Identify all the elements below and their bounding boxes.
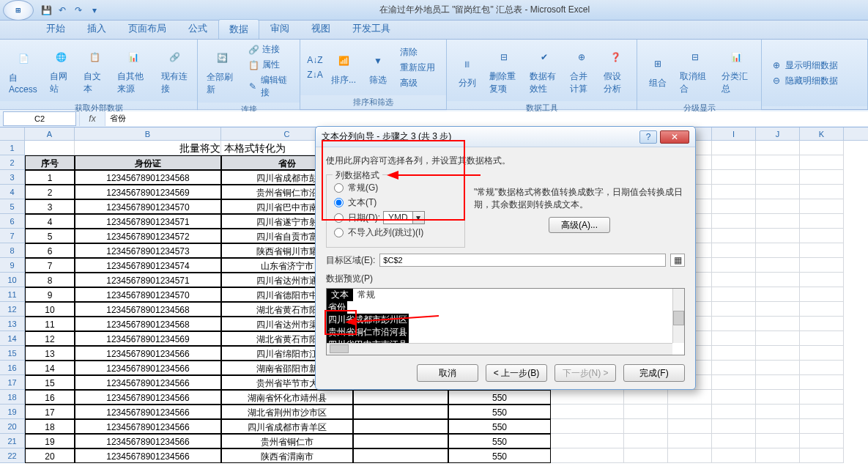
cell[interactable] — [551, 448, 624, 463]
filter-button[interactable]: ▼筛选 — [363, 46, 393, 89]
cell[interactable]: 12345678901234569 — [75, 331, 221, 346]
row-header[interactable]: 16 — [0, 361, 25, 375]
back-button[interactable]: < 上一步(B) — [486, 364, 547, 382]
save-icon[interactable]: 💾 — [40, 4, 53, 17]
cell[interactable] — [756, 229, 800, 243]
cell[interactable] — [800, 155, 844, 170]
cell[interactable]: 12 — [25, 331, 75, 346]
row-header[interactable]: 18 — [0, 390, 25, 405]
cell[interactable] — [624, 390, 668, 405]
cell[interactable] — [712, 405, 756, 419]
cell[interactable] — [551, 390, 624, 405]
cell[interactable]: 3 — [25, 199, 75, 214]
cell[interactable] — [756, 170, 800, 185]
cell[interactable] — [800, 185, 844, 199]
cell[interactable] — [756, 141, 800, 155]
cell[interactable]: 湖南省怀化市靖州县 — [221, 390, 353, 405]
row-header[interactable]: 12 — [0, 302, 25, 317]
col-header-a[interactable]: A — [25, 128, 75, 140]
cell[interactable] — [712, 448, 756, 463]
cell[interactable]: 12345678901234569 — [75, 185, 221, 199]
cell[interactable] — [712, 317, 756, 331]
select-all-corner[interactable] — [0, 128, 25, 140]
cell[interactable]: 18 — [25, 419, 75, 434]
cell[interactable] — [756, 185, 800, 199]
data-validation-button[interactable]: ✔数据有效性 — [527, 43, 563, 98]
cell[interactable] — [712, 199, 756, 214]
cell[interactable]: 12345678901234573 — [75, 243, 221, 258]
row-header[interactable]: 5 — [0, 199, 25, 214]
cell[interactable] — [756, 214, 800, 229]
editlinks-button[interactable]: ✎编辑链接 — [245, 73, 294, 100]
tab-data[interactable]: 数据 — [218, 19, 259, 39]
cell[interactable]: 550 — [448, 405, 551, 419]
sort-desc-button[interactable]: Z↓A — [306, 68, 324, 81]
cell[interactable]: 9 — [25, 287, 75, 302]
cell[interactable] — [712, 331, 756, 346]
row-header[interactable]: 19 — [0, 405, 25, 419]
cell[interactable] — [668, 390, 712, 405]
cell[interactable] — [551, 434, 624, 448]
cell[interactable] — [800, 375, 844, 390]
fx-icon[interactable]: fx — [79, 111, 105, 126]
row-header[interactable]: 6 — [0, 214, 25, 229]
advanced-button[interactable]: 高级 — [397, 76, 438, 90]
cell[interactable] — [756, 302, 800, 317]
cell[interactable]: 12345678901234574 — [75, 258, 221, 273]
radio-date[interactable]: 日期(D): YMD▾ — [334, 211, 457, 224]
cell[interactable] — [756, 448, 800, 463]
cell[interactable]: 4 — [25, 214, 75, 229]
cell[interactable] — [712, 302, 756, 317]
cell[interactable] — [800, 258, 844, 273]
cell[interactable] — [800, 273, 844, 287]
cell[interactable]: 16 — [25, 390, 75, 405]
cell[interactable]: 17 — [25, 405, 75, 419]
cell[interactable] — [800, 317, 844, 331]
cell[interactable]: 12345678901234566 — [75, 405, 221, 419]
row-header[interactable]: 7 — [0, 229, 25, 243]
row-header[interactable]: 9 — [0, 258, 25, 273]
formula-input[interactable] — [105, 111, 868, 126]
dest-input[interactable] — [379, 254, 666, 267]
cell[interactable] — [800, 434, 844, 448]
cell[interactable] — [800, 243, 844, 258]
cell[interactable] — [800, 141, 844, 155]
cell[interactable] — [668, 419, 712, 434]
cell[interactable]: 550 — [448, 419, 551, 434]
cell[interactable] — [624, 448, 668, 463]
cell[interactable]: 13 — [25, 346, 75, 361]
cell[interactable] — [756, 258, 800, 273]
cell[interactable] — [756, 273, 800, 287]
clear-button[interactable]: 清除 — [397, 45, 438, 59]
cell[interactable] — [756, 287, 800, 302]
cell[interactable]: 12345678901234566 — [75, 434, 221, 448]
cell[interactable]: 550 — [448, 448, 551, 463]
sort-asc-button[interactable]: A↓Z — [306, 53, 324, 67]
dialog-help-button[interactable]: ? — [639, 130, 657, 144]
cell[interactable] — [712, 390, 756, 405]
cell[interactable] — [624, 434, 668, 448]
row-header[interactable]: 11 — [0, 287, 25, 302]
tab-review[interactable]: 审阅 — [259, 18, 300, 39]
cell[interactable]: 批量将文 — [75, 141, 221, 155]
row-header[interactable]: 4 — [0, 185, 25, 199]
cell[interactable] — [668, 448, 712, 463]
undo-icon[interactable]: ↶ — [56, 4, 69, 17]
cell[interactable]: 5 — [25, 229, 75, 243]
col-header-b[interactable]: B — [75, 128, 221, 140]
group-button[interactable]: ⊞组合 — [643, 49, 672, 92]
row-header[interactable]: 20 — [0, 419, 25, 434]
cell[interactable] — [624, 419, 668, 434]
from-other-button[interactable]: 📊自其他来源 — [114, 43, 154, 98]
tab-formulas[interactable]: 公式 — [177, 18, 218, 39]
refresh-all-button[interactable]: 🔄全部刷新 — [204, 43, 240, 99]
row-header[interactable]: 14 — [0, 331, 25, 346]
row-header[interactable]: 15 — [0, 346, 25, 361]
cell[interactable] — [800, 302, 844, 317]
cell[interactable] — [712, 141, 756, 155]
cell[interactable] — [756, 375, 800, 390]
cell[interactable]: 12345678901234568 — [75, 317, 221, 331]
cell[interactable]: 12345678901234566 — [75, 361, 221, 375]
cell[interactable]: 贵州省铜仁市 — [221, 434, 353, 448]
cell[interactable] — [353, 419, 448, 434]
